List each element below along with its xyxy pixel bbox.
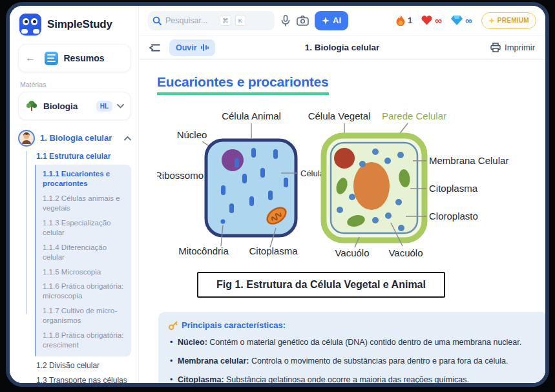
- resumos-nav-card[interactable]: ← Resumos: [18, 44, 131, 72]
- key-icon: [169, 321, 178, 330]
- sidebar-item-1-1-5[interactable]: 1.1.5 Microscopia: [43, 267, 127, 277]
- infobox-title: Principais características:: [182, 320, 286, 330]
- label-mitocondria: Mitocôndria: [178, 245, 229, 256]
- label-citoplasma-animal: Citoplasma: [249, 245, 298, 256]
- figure-caption: Fig 1. Estrutura da Célula Vegetal e Ani…: [197, 272, 445, 298]
- list-item: Membrana celular: Controla o movimento d…: [169, 355, 537, 367]
- main-area: ⌘ K AI: [139, 6, 545, 383]
- level-badge: HL: [96, 101, 112, 112]
- sidebar-item-1-1-6[interactable]: 1.1.6 Prática obrigatória: microscopia: [43, 282, 127, 301]
- app-name: SimpleStudy: [47, 18, 112, 31]
- document-icon: [45, 52, 58, 65]
- hearts-counter[interactable]: ∞: [421, 15, 442, 26]
- gem-icon: [451, 15, 463, 25]
- search-input[interactable]: [165, 16, 216, 25]
- list-item: Citoplasma: Substância gelatinosa onde o…: [169, 374, 537, 383]
- search-icon: [152, 16, 162, 25]
- microphone-icon[interactable]: [280, 15, 291, 26]
- back-arrow-icon[interactable]: ←: [25, 52, 39, 64]
- label-celula-animal: Célula Animal: [222, 110, 281, 121]
- top-toolbar: ⌘ K AI: [139, 6, 545, 36]
- collapse-sidebar-icon[interactable]: [149, 44, 160, 52]
- audio-wave-icon: [201, 44, 209, 51]
- tree-icon: [25, 99, 38, 112]
- label-vacuolo-center: Vacuólo: [388, 247, 423, 258]
- gems-value: ∞: [465, 15, 472, 26]
- plant-nucleus: [334, 148, 355, 169]
- streak-count: 1: [408, 15, 412, 25]
- lesson-content: Eucariontes e procariontes Célula Animal…: [139, 60, 545, 383]
- app-window: SimpleStudy ← Resumos Matérias Biologia …: [6, 2, 549, 387]
- simplestudy-logo-icon: [19, 14, 41, 36]
- page-title: 1. Biologia celular: [305, 43, 380, 52]
- app-logo-row: SimpleStudy: [18, 14, 131, 36]
- premium-label: PREMIUM: [497, 17, 529, 24]
- label-ribossomo: Ribossomo: [157, 170, 204, 181]
- user-stats: 1 ∞ ∞: [396, 12, 536, 29]
- chevron-up-icon[interactable]: [124, 136, 131, 141]
- sidebar-item-1-3[interactable]: 1.3 Transporte nas células: [36, 373, 131, 387]
- print-button[interactable]: Imprimir: [490, 43, 535, 52]
- sidebar: SimpleStudy ← Resumos Matérias Biologia …: [10, 6, 139, 383]
- search-box[interactable]: ⌘ K: [148, 11, 275, 30]
- ai-button-label: AI: [333, 15, 341, 25]
- sidebar-item-1-1-7[interactable]: 1.1.7 Cultivo de micro-organismos: [43, 306, 127, 325]
- sidebar-item-1-1[interactable]: 1.1 Estrutura celular: [36, 149, 131, 163]
- animal-cell-body: [206, 140, 296, 236]
- label-parede-celular: Parede Celular: [382, 110, 446, 121]
- plant-central-vacuole: [353, 162, 390, 210]
- cell-diagram: Célula Animal Núcleo Ribossomo: [157, 101, 545, 268]
- camera-icon[interactable]: [297, 15, 309, 26]
- kbd-k: K: [235, 15, 246, 26]
- kbd-meta: ⌘: [220, 15, 231, 26]
- label-vacuolo-left: Vacuólo: [335, 247, 369, 258]
- premium-star-icon: [488, 17, 495, 24]
- label-nucleo: Núcleo: [177, 129, 207, 140]
- hearts-value: ∞: [435, 15, 442, 26]
- chevron-down-icon[interactable]: [117, 104, 124, 108]
- sidebar-item-1-1-2[interactable]: 1.1.2 Células animais e vegetais: [43, 194, 127, 213]
- characteristics-list: Núcleo: Contém o material genético da cé…: [169, 336, 537, 383]
- sidebar-item-1-1-8[interactable]: 1.1.8 Prática obrigatória: cresciment: [43, 331, 127, 350]
- content-header: Ouvir 1. Biologia celular Imprimir: [139, 36, 545, 60]
- animal-nucleus: [222, 149, 244, 171]
- sparkle-icon: [322, 17, 330, 25]
- sidebar-item-1-1-4[interactable]: 1.1.4 Diferenciação celular: [43, 243, 127, 262]
- section-label: 1. Biologia celular: [40, 134, 119, 143]
- listen-button[interactable]: Ouvir: [169, 39, 215, 56]
- subjects-caption: Matérias: [20, 81, 131, 88]
- print-label: Imprimir: [505, 43, 535, 52]
- tree-guide-line: [26, 151, 27, 314]
- flame-icon: [396, 15, 405, 26]
- sidebar-section-biologia-celular[interactable]: 1. Biologia celular: [18, 128, 131, 149]
- resumos-label: Resumos: [63, 53, 104, 63]
- desktop-background: SimpleStudy ← Resumos Matérias Biologia …: [0, 0, 555, 392]
- subject-selector[interactable]: Biologia HL: [18, 92, 131, 120]
- label-celula-vegetal: Célula Vegetal: [308, 110, 371, 121]
- premium-button[interactable]: PREMIUM: [481, 12, 536, 29]
- lesson-heading: Eucariontes e procariontes: [157, 74, 329, 95]
- listen-label: Ouvir: [176, 43, 197, 52]
- printer-icon: [490, 43, 501, 52]
- key-characteristics-box: Principais características: Núcleo: Cont…: [158, 312, 545, 383]
- heart-icon: [421, 15, 432, 25]
- label-cloroplasto: Cloroplasto: [429, 211, 478, 222]
- ai-button[interactable]: AI: [315, 11, 348, 30]
- streak-counter[interactable]: 1: [396, 15, 412, 26]
- sidebar-item-1-1-1-active[interactable]: 1.1.1 Eucariontes e procariontes: [43, 169, 127, 189]
- label-membrana-celular: Membrana Celular: [429, 155, 508, 166]
- section-avatar-icon: [18, 130, 35, 147]
- list-item: Núcleo: Contém o material genético da cé…: [169, 336, 537, 348]
- active-subitems-block: 1.1.1 Eucariontes e procariontes 1.1.2 C…: [35, 165, 131, 356]
- gems-counter[interactable]: ∞: [451, 15, 472, 26]
- course-tree: 1. Biologia celular 1.1 Estrutura celula…: [18, 128, 131, 387]
- label-citoplasma-vegetal: Citoplasma: [429, 183, 478, 194]
- sidebar-item-1-2[interactable]: 1.2 Divisão celular: [36, 358, 131, 373]
- subject-name: Biologia: [43, 101, 78, 111]
- sidebar-item-1-1-3[interactable]: 1.1.3 Especialização celular: [43, 218, 127, 238]
